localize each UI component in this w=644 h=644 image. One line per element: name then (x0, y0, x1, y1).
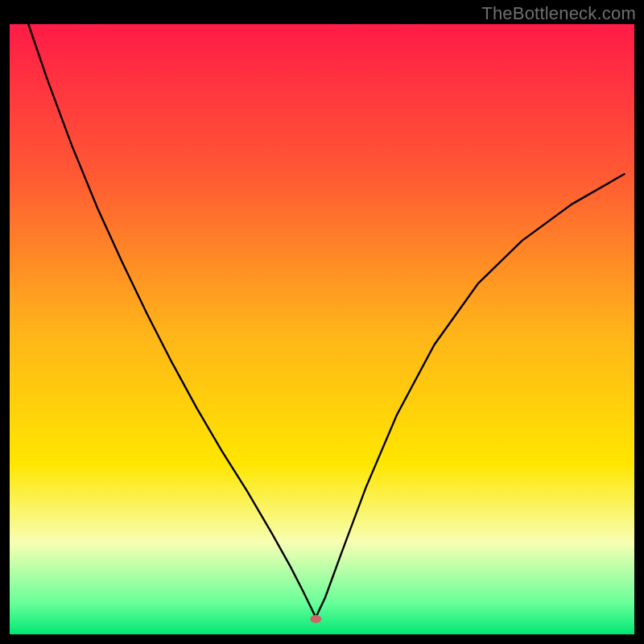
chart-svg (0, 0, 644, 644)
min-marker (310, 615, 321, 623)
border-right (634, 0, 644, 644)
plot-background (10, 24, 634, 634)
border-left (0, 0, 10, 644)
border-bottom (0, 634, 644, 644)
bottleneck-chart: TheBottleneck.com (0, 0, 644, 644)
watermark-text: TheBottleneck.com (481, 3, 636, 24)
